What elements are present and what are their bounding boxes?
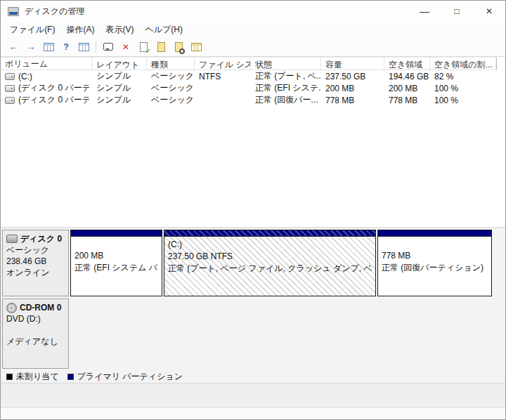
details-view-icon[interactable]: [77, 40, 91, 54]
capacity-cell: 778 MB: [321, 96, 384, 105]
disk-0-panel[interactable]: ディスク 0 ベーシック 238.46 GB オンライン: [2, 230, 69, 296]
layout-cell: シンプル: [92, 94, 147, 106]
free-space-cell: 194.46 GB: [384, 72, 430, 81]
volume-cell: (ディスク 0 パーティシ...: [1, 82, 92, 94]
type-cell: ベーシック: [147, 94, 195, 106]
column-header-layout[interactable]: レイアウト: [92, 58, 147, 70]
back-icon[interactable]: ←: [6, 40, 20, 54]
type-cell: ベーシック: [147, 82, 195, 94]
cdrom-icon: [6, 303, 17, 313]
free-percent-cell: 100 %: [430, 96, 496, 105]
new-document-icon[interactable]: [154, 40, 168, 54]
capacity-cell: 237.50 GB: [321, 72, 384, 81]
grid-glyph: [79, 43, 89, 51]
titlebar: ディスクの管理 — □ ✕: [1, 1, 505, 22]
delete-glyph: ✕: [122, 42, 129, 52]
primary-partition-color-swatch: [67, 374, 74, 380]
partition-efi[interactable]: 200 MB 正常 (EFI システム パーテ: [70, 230, 162, 296]
table-row-volume-c[interactable]: (C:) シンプル ベーシック NTFS 正常 (ブート, ペ... 237.5…: [1, 70, 505, 82]
menubar: ファイル(F) 操作(A) 表示(V) ヘルプ(H): [1, 22, 505, 37]
maximize-button[interactable]: □: [441, 1, 473, 22]
grid-yellow-glyph: [191, 43, 202, 51]
window-controls: — □ ✕: [408, 1, 505, 22]
column-header-file-system[interactable]: ファイル システム: [195, 58, 251, 70]
menu-file[interactable]: ファイル(F): [4, 22, 60, 37]
column-header-type[interactable]: 種類: [147, 58, 195, 70]
legend-bar: 未割り当て プライマリ パーティション: [1, 370, 505, 383]
action-pane-icon[interactable]: [101, 40, 115, 54]
explore-icon[interactable]: [171, 40, 186, 54]
cdrom-status: メディアなし: [6, 336, 65, 347]
free-percent-cell: 100 %: [430, 84, 496, 93]
volume-cell: (ディスク 0 パーティシ...: [1, 94, 92, 106]
menu-help[interactable]: ヘルプ(H): [139, 22, 188, 37]
doc-search-glyph: [175, 42, 183, 52]
back-arrow-glyph: ←: [9, 41, 18, 52]
toolbar-separator: [96, 41, 96, 53]
legend-label: プライマリ パーティション: [77, 371, 183, 383]
free-percent-cell: 82 %: [430, 72, 496, 81]
column-header-free-percent[interactable]: 空き領域の割...: [430, 58, 496, 70]
disk-0-row: ディスク 0 ベーシック 238.46 GB オンライン 200 MB 正常 (…: [2, 230, 505, 296]
type-cell: ベーシック: [147, 70, 195, 82]
cdrom-0-panel[interactable]: CD-ROM 0 DVD (D:) メディアなし: [2, 298, 69, 369]
layout-cell: シンプル: [92, 70, 147, 82]
status-cell: 正常 (EFI システ...: [251, 82, 321, 94]
disk-management-icon: [8, 7, 19, 16]
spacer: [6, 324, 65, 336]
footer-strip: [1, 407, 505, 419]
partition-info: (C:) 237.50 GB NTFS 正常 (ブート, ページ ファイル, ク…: [164, 237, 375, 296]
table-row-recovery-partition[interactable]: (ディスク 0 パーティシ... シンプル ベーシック 正常 (回復パー... …: [1, 94, 505, 106]
properties-grid-icon[interactable]: [189, 40, 203, 54]
menu-view[interactable]: 表示(V): [100, 22, 139, 37]
partition-color-bar: [378, 230, 491, 237]
partition-size: 237.50 GB NTFS: [168, 251, 372, 263]
disk-management-window: ディスクの管理 — □ ✕ ファイル(F) 操作(A) 表示(V) ヘルプ(H)…: [0, 0, 506, 420]
minimize-button[interactable]: —: [408, 1, 441, 22]
status-cell: 正常 (ブート, ペ...: [251, 70, 321, 82]
legend-label: 未割り当て: [16, 371, 59, 383]
menu-action[interactable]: 操作(A): [60, 22, 100, 37]
partition-color-bar: [164, 230, 375, 237]
delete-volume-icon[interactable]: ✕: [119, 40, 133, 54]
volume-name: (ディスク 0 パーティシ...: [18, 94, 89, 106]
partition-size: 200 MB: [74, 250, 158, 262]
unallocated-color-swatch: [6, 374, 13, 380]
column-header-status[interactable]: 状態: [251, 58, 321, 70]
close-button[interactable]: ✕: [473, 1, 505, 22]
volume-name: (C:): [18, 72, 32, 81]
partition-size: 778 MB: [382, 250, 488, 262]
grid-glyph: [44, 43, 54, 51]
volume-table: ボリューム レイアウト 種類 ファイル システム 状態 容量 空き領域 空き領域…: [1, 57, 505, 227]
cdrom-0-row: CD-ROM 0 DVD (D:) メディアなし: [2, 298, 505, 369]
cdrom-name: CD-ROM 0: [20, 302, 61, 313]
partition-c[interactable]: (C:) 237.50 GB NTFS 正常 (ブート, ページ ファイル, ク…: [164, 230, 376, 296]
partition-recovery[interactable]: 778 MB 正常 (回復パーティション): [377, 230, 492, 296]
volume-table-header: ボリューム レイアウト 種類 ファイル システム 状態 容量 空き領域 空き領域…: [1, 57, 497, 70]
window-footer: [1, 383, 505, 419]
window-title: ディスクの管理: [25, 6, 84, 18]
magnifier-glyph: [179, 48, 185, 54]
check-glyph: ✓: [145, 47, 151, 55]
forward-arrow-glyph: →: [27, 41, 36, 52]
console-tree-icon[interactable]: [41, 40, 56, 54]
partition-info: 200 MB 正常 (EFI システム パーテ: [71, 237, 162, 296]
help-icon[interactable]: ?: [59, 40, 73, 54]
column-header-free-space[interactable]: 空き領域: [384, 58, 430, 70]
mark-partition-icon[interactable]: ✓: [136, 40, 150, 54]
column-header-capacity[interactable]: 容量: [321, 58, 384, 70]
partition-status: 正常 (回復パーティション): [382, 262, 488, 274]
partition-name: (C:): [168, 239, 372, 251]
bubble-glyph: [103, 43, 113, 51]
column-header-volume[interactable]: ボリューム: [1, 58, 92, 70]
free-space-cell: 200 MB: [384, 84, 430, 93]
cdrom-drive-letter: DVD (D:): [6, 313, 65, 324]
status-cell: 正常 (回復パー...: [251, 94, 321, 106]
volume-icon: [5, 73, 15, 80]
disk-type: ベーシック: [6, 244, 65, 256]
table-row-efi-partition[interactable]: (ディスク 0 パーティシ... シンプル ベーシック 正常 (EFI システ.…: [1, 82, 505, 94]
legend-unallocated: 未割り当て: [6, 371, 59, 383]
doc-yellow-glyph: [157, 42, 165, 52]
forward-icon[interactable]: →: [24, 40, 38, 54]
layout-cell: シンプル: [92, 82, 147, 94]
